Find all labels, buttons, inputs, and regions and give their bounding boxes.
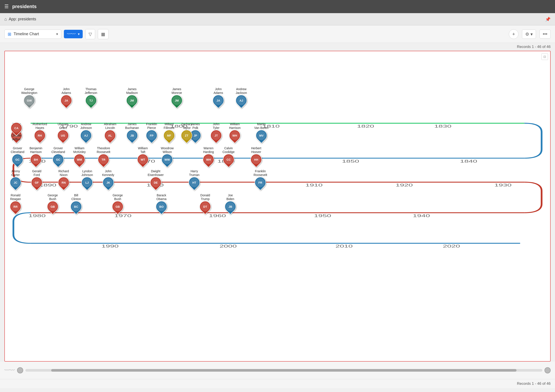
president-42[interactable]: George BushGB [112, 193, 123, 212]
president-name-39: Ronald Reagan [10, 193, 21, 201]
president-14[interactable]: James BuchananJB [125, 122, 139, 141]
president-name-3: James Madison [126, 87, 138, 95]
president-21[interactable]: Grover ClevelandGC [11, 146, 24, 165]
president-31[interactable]: Franklin RooseveltFR [254, 170, 267, 188]
president-34[interactable]: John KennedyJK [102, 170, 114, 188]
president-37[interactable]: Gerald FordGF [31, 170, 43, 188]
president-39[interactable]: Ronald ReaganRR [10, 193, 21, 212]
president-name-21: Grover Cleveland [11, 146, 24, 154]
president-name-30: Herbert Hoover [251, 146, 261, 154]
president-13[interactable]: Franklin PierceFP [146, 122, 157, 141]
president-3[interactable]: James MadisonJM [126, 87, 138, 106]
president-24[interactable]: William McKinleyWM [73, 146, 86, 165]
president-15[interactable]: Abraham LincolnAL [104, 122, 116, 141]
records-bar-top: Records 1 - 46 of 46 [0, 43, 555, 51]
settings-button[interactable]: ⚙ ▾ [522, 30, 536, 39]
president-8[interactable]: William HarrisonWH [229, 122, 241, 141]
president-7[interactable]: Martin Van BurenMV [254, 122, 268, 141]
chart-wave-icon: 〰〰 [67, 31, 76, 37]
breadcrumb-bar: ⌂ App: presidents 📌 [0, 13, 555, 25]
app-title: presidents [12, 4, 37, 9]
president-22[interactable]: Benjamin HarrisonBH [29, 146, 42, 165]
scroll-handle-left[interactable] [17, 367, 23, 373]
president-name-9: John Tyler [213, 122, 219, 130]
president-17[interactable]: Ulysses GrantUG [57, 122, 69, 141]
president-26[interactable]: William TaftWT [137, 146, 148, 165]
president-38[interactable]: Jimmy CarterJC [10, 170, 21, 188]
president-name-1: John Adams [61, 87, 71, 95]
chart-container: 1790 1800 1810 1820 1830 1880 1870 1860 … [4, 51, 551, 362]
toolbar: ⊞ Timeline Chart ▾ 〰〰 ▾ ▽ ▦ + ⚙ ▾ ••• [0, 25, 555, 43]
president-name-35: Lyndon Johnson [81, 170, 93, 177]
grid-icon: ⊞ [8, 31, 11, 37]
president-32[interactable]: Harry TrumanHT [189, 170, 200, 188]
president-44[interactable]: Donald TrumpDT [199, 193, 211, 212]
president-2[interactable]: Thomas JeffersonTJ [85, 87, 97, 106]
toolbar-right: + ⚙ ▾ ••• [509, 29, 551, 39]
president-name-14: James Buchanan [125, 122, 139, 130]
president-5[interactable]: John AdamsJA [213, 87, 224, 106]
pin-icon[interactable]: 📌 [545, 17, 551, 22]
president-name-40: George Bush [48, 193, 58, 201]
president-27[interactable]: Woodrow WilsonWW [161, 146, 174, 165]
president-16[interactable]: Andrew JohnsonAJ [80, 122, 92, 141]
scrollbar-thumb [51, 369, 517, 372]
president-4[interactable]: James MonroeJM [171, 87, 183, 106]
president-name-16: Andrew Johnson [80, 122, 92, 130]
app-header: ☰ presidents [0, 0, 555, 13]
president-name-33: Dwight Eisenhower [148, 170, 164, 177]
president-29[interactable]: Calvin CoolidgeCC [222, 146, 234, 165]
chart-selector[interactable]: 〰〰 ▾ [64, 30, 83, 38]
president-name-17: Ulysses Grant [58, 122, 68, 130]
scrollbar-track[interactable] [25, 369, 542, 372]
president-25[interactable]: Theodore RooseveltTR [97, 146, 110, 165]
president-12[interactable]: Millard FillmoreMF [163, 122, 175, 141]
president-name-26: William Taft [138, 146, 148, 154]
president-name-45: Joe Biden [226, 193, 234, 201]
president-6[interactable]: Andrew JacksonAJ [236, 87, 247, 106]
more-button[interactable]: ••• [540, 30, 551, 38]
president-name-18: Rutherford Hayes [33, 122, 47, 130]
president-name-24: William McKinley [73, 146, 86, 154]
president-name-2: Thomas Jefferson [85, 87, 97, 95]
president-40[interactable]: George BushGB [47, 193, 58, 212]
president-name-8: William Harrison [229, 122, 241, 130]
president-11[interactable]: Zachary TaylorZT [181, 122, 192, 141]
president-30[interactable]: Herbert HooverHH [250, 146, 262, 165]
president-43[interactable]: Barack ObamaBO [156, 193, 167, 212]
president-name-36: Richard Nixon [58, 170, 69, 177]
president-name-38: Jimmy Carter [11, 170, 20, 177]
president-0[interactable]: George WashingtonGW [21, 87, 37, 106]
bar-chart-button[interactable]: ▦ [98, 29, 109, 39]
home-icon[interactable]: ⌂ [4, 17, 7, 22]
president-name-32: Harry Truman [189, 170, 199, 177]
president-name-4: James Monroe [172, 87, 182, 95]
president-name-5: John Adams [213, 87, 223, 95]
president-23[interactable]: Grover ClevelandGC [51, 146, 65, 165]
president-1[interactable]: John AdamsJA [61, 87, 72, 106]
president-name-34: John Kennedy [102, 170, 114, 177]
view-chevron-icon: ▾ [56, 32, 58, 36]
menu-icon[interactable]: ☰ [4, 4, 9, 9]
president-36[interactable]: Richard NixonRN [58, 170, 69, 188]
president-41[interactable]: Bill ClintonBC [70, 193, 82, 212]
president-name-43: Barack Obama [156, 193, 167, 201]
president-20[interactable]: Chester ArthurCA [11, 122, 22, 141]
president-18[interactable]: Rutherford HayesRH [33, 122, 47, 141]
view-label: Timeline Chart [14, 32, 54, 36]
president-45[interactable]: Joe BidenJB [225, 193, 236, 212]
wave-icon: 〰〰 [4, 367, 15, 373]
president-28[interactable]: Warren HardingWH [203, 146, 214, 165]
president-name-12: Millard Fillmore [164, 122, 175, 130]
add-button[interactable]: + [509, 29, 518, 39]
president-name-29: Calvin Coolidge [222, 146, 234, 154]
scroll-handle-right[interactable] [545, 367, 551, 373]
filter-button[interactable]: ▽ [85, 29, 95, 39]
president-35[interactable]: Lyndon JohnsonLJ [81, 170, 93, 188]
view-selector[interactable]: ⊞ Timeline Chart ▾ [4, 30, 61, 39]
settings-icon: ⚙ [525, 31, 529, 37]
president-name-31: Franklin Roosevelt [254, 170, 267, 177]
president-name-7: Martin Van Buren [254, 122, 268, 130]
president-33[interactable]: Dwight EisenhowerDE [148, 170, 164, 188]
president-9[interactable]: John TylerJT [211, 122, 222, 141]
